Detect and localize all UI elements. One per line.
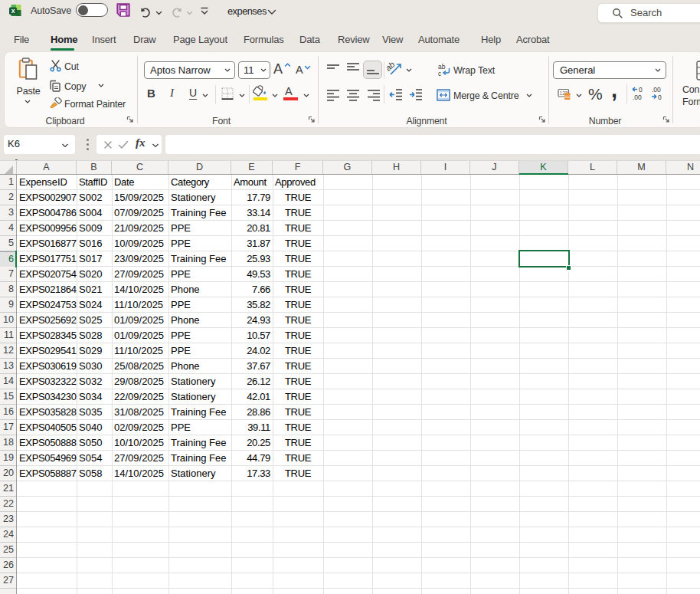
svg-text:0: 0 xyxy=(658,94,662,101)
svg-text:c: c xyxy=(438,70,442,77)
svg-text:ab: ab xyxy=(387,61,397,73)
svg-text:x: x xyxy=(11,7,15,15)
svg-text:.00: .00 xyxy=(633,94,642,101)
